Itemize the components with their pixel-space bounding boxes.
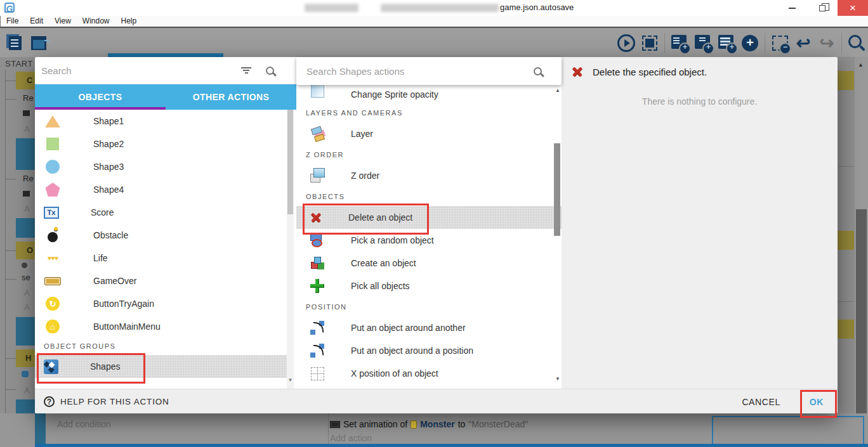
object-item-life[interactable]: Life <box>35 247 289 269</box>
add-circle-icon[interactable] <box>741 34 759 52</box>
object-item-score[interactable]: Score <box>35 201 289 224</box>
action-item-create-an-object[interactable]: Create an object <box>296 252 562 275</box>
remove-event-icon[interactable] <box>771 34 789 52</box>
event-text-fragment: A <box>24 204 30 214</box>
action-search-bar <box>296 57 562 85</box>
object-item-shape2[interactable]: Shape2 <box>35 133 289 155</box>
object-item-obstacle[interactable]: Obstacle <box>35 224 289 247</box>
action-item-x-position-of-an-object[interactable]: X position of an object <box>296 362 562 385</box>
toolbar-left <box>6 28 48 58</box>
tab-start[interactable]: START <box>5 59 33 68</box>
event-text-fragment: O <box>27 245 33 255</box>
search-icon[interactable] <box>848 34 865 52</box>
close-button[interactable] <box>838 0 868 16</box>
menu-item-view[interactable]: View <box>49 16 77 27</box>
event-text-fragment: Re <box>23 174 34 183</box>
events-sheet-icon[interactable] <box>6 34 24 52</box>
object-label: GameOver <box>93 276 136 286</box>
scroll-down-icon[interactable]: ▼ <box>554 376 562 382</box>
action-item-layer[interactable]: Layer <box>296 122 562 145</box>
object-item-shape4[interactable]: Shape4 <box>35 178 289 201</box>
scroll-up-icon[interactable]: ▲ <box>858 62 864 68</box>
object-item-shape1[interactable]: Shape1 <box>35 110 289 133</box>
scene-window-icon[interactable] <box>30 34 48 52</box>
action-item-pick-a-random-object[interactable]: Pick a random object <box>296 229 562 252</box>
menu-item-help[interactable]: Help <box>115 16 143 27</box>
tree-tick <box>5 99 16 100</box>
event-block <box>16 317 35 346</box>
object-item-shape3[interactable]: Shape3 <box>35 155 289 178</box>
section-header-position: POSITION <box>296 297 562 316</box>
object-item-buttonmainmenu[interactable]: ButtonMainMenu <box>35 315 289 338</box>
restore-button[interactable] <box>807 0 838 16</box>
object-label: Life <box>93 253 108 263</box>
object-search-input[interactable] <box>41 65 232 76</box>
redo-icon[interactable] <box>818 34 836 52</box>
object-item-buttontryagain[interactable]: ButtonTryAgain <box>35 292 289 315</box>
menu-item-window[interactable]: Window <box>77 16 115 27</box>
debug-icon[interactable] <box>641 34 659 52</box>
minimize-icon <box>789 8 796 9</box>
add-action-link[interactable]: Add action <box>330 433 372 443</box>
scroll-down-icon[interactable]: ▼ <box>287 377 294 383</box>
add-subevent-icon[interactable] <box>694 34 712 52</box>
action-row[interactable]: Set animation of Monster to "MonsterDead… <box>330 419 528 429</box>
event-text-fragment: se <box>22 273 30 282</box>
action-item-change-sprite-opacity[interactable]: Change Sprite opacity <box>296 85 562 103</box>
animation-icon <box>330 421 340 428</box>
action-search-input[interactable] <box>306 66 516 77</box>
around-icon <box>309 320 326 336</box>
tab-objects[interactable]: OBJECTS <box>35 84 166 110</box>
toolbar-separator <box>841 33 842 53</box>
pick-all-icon <box>309 278 326 294</box>
menu-item-edit[interactable]: Edit <box>24 16 49 27</box>
actions-scrollbar-thumb[interactable] <box>554 143 560 236</box>
add-condition-link[interactable]: Add condition <box>57 419 111 429</box>
event-divider <box>838 301 854 302</box>
filter-icon[interactable] <box>240 67 252 74</box>
around-icon <box>309 342 326 359</box>
add-comment-icon[interactable] <box>718 34 735 52</box>
blurred-title-segment <box>381 4 499 12</box>
timer-icon <box>22 262 27 268</box>
action-label: Pick all objects <box>351 281 410 291</box>
delete-x-icon <box>570 65 584 79</box>
comment-block <box>838 231 854 250</box>
collision-icon <box>22 371 29 377</box>
action-item-delete-an-object[interactable]: Delete an object <box>296 206 562 229</box>
object-item-shapes[interactable]: Shapes <box>35 355 289 378</box>
action-label: Delete an object <box>348 212 412 223</box>
event-block <box>16 218 35 238</box>
play-icon[interactable] <box>617 34 635 52</box>
action-item-pick-all-objects[interactable]: Pick all objects <box>296 275 562 297</box>
empty-config-message: There is nothing to configure. <box>562 96 838 107</box>
menu-bar: FileEditViewWindowHelp <box>0 16 868 27</box>
cancel-button[interactable]: CANCEL <box>742 397 780 407</box>
event-row-bottom: Add condition Set animation of Monster t… <box>0 413 868 447</box>
minimize-button[interactable] <box>777 0 807 16</box>
actions-list: Change Sprite opacityLAYERS AND CAMERASL… <box>296 85 562 389</box>
help-label: HELP FOR THIS ACTION <box>60 397 169 406</box>
add-event-icon[interactable] <box>671 34 688 52</box>
action-item-z-order[interactable]: Z order <box>296 164 562 187</box>
help-button[interactable]: ? HELP FOR THIS ACTION <box>44 389 169 414</box>
object-item-gameover[interactable]: GameOver <box>35 269 289 292</box>
action-selector-panel: Change Sprite opacityLAYERS AND CAMERASL… <box>296 57 562 389</box>
instruction-editor-dialog: OBJECTSOTHER ACTIONS Shape1Shape2Shape3S… <box>35 57 838 413</box>
scroll-up-icon[interactable]: ▲ <box>554 87 562 93</box>
objects-scrollbar-thumb[interactable] <box>287 110 293 214</box>
hearts-icon <box>44 250 62 266</box>
events-scrollbar-thumb[interactable] <box>856 209 867 413</box>
object-label: ButtonTryAgain <box>93 299 154 309</box>
ok-button[interactable]: OK <box>810 397 824 407</box>
action-item-put-an-object-around-another[interactable]: Put an object around another <box>296 316 562 339</box>
action-value: "MonsterDead" <box>468 419 528 429</box>
event-text-fragment: Re <box>23 93 34 103</box>
object-tabs: OBJECTSOTHER ACTIONS <box>35 84 296 110</box>
action-item-put-an-object-around-a-position[interactable]: Put an object around a position <box>296 339 562 362</box>
title-bar: G game.json.autosave <box>0 0 868 16</box>
tab-other-actions[interactable]: OTHER ACTIONS <box>166 84 296 110</box>
menu-item-file[interactable]: File <box>1 16 24 27</box>
undo-icon[interactable] <box>794 34 812 52</box>
comment-block <box>838 320 854 339</box>
